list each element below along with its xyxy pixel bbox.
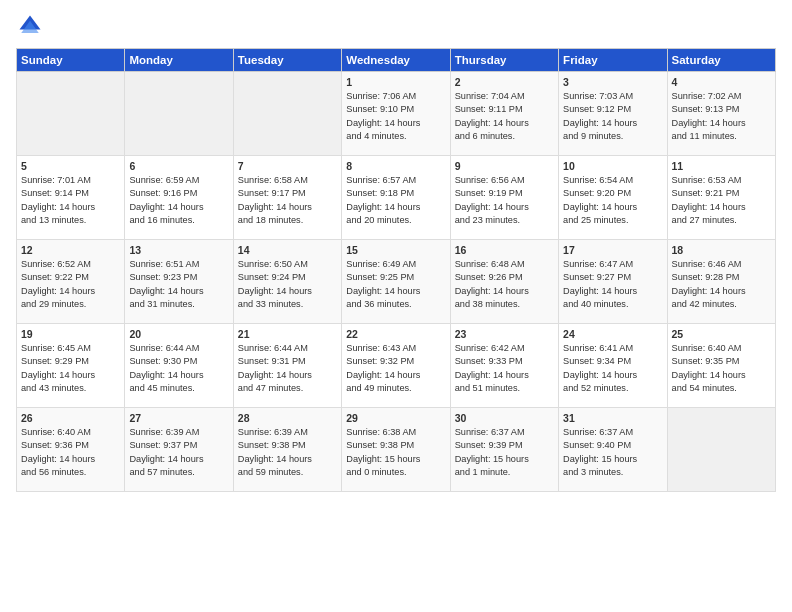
day-info: Sunrise: 6:51 AM Sunset: 9:23 PM Dayligh…: [129, 258, 228, 311]
day-info: Sunrise: 7:03 AM Sunset: 9:12 PM Dayligh…: [563, 90, 662, 143]
day-cell: 16Sunrise: 6:48 AM Sunset: 9:26 PM Dayli…: [450, 240, 558, 324]
day-number: 11: [672, 160, 771, 172]
day-cell: 18Sunrise: 6:46 AM Sunset: 9:28 PM Dayli…: [667, 240, 775, 324]
day-number: 25: [672, 328, 771, 340]
day-number: 30: [455, 412, 554, 424]
col-header-tuesday: Tuesday: [233, 49, 341, 72]
day-cell: 3Sunrise: 7:03 AM Sunset: 9:12 PM Daylig…: [559, 72, 667, 156]
day-cell: 29Sunrise: 6:38 AM Sunset: 9:38 PM Dayli…: [342, 408, 450, 492]
day-cell: 27Sunrise: 6:39 AM Sunset: 9:37 PM Dayli…: [125, 408, 233, 492]
day-cell: 2Sunrise: 7:04 AM Sunset: 9:11 PM Daylig…: [450, 72, 558, 156]
day-info: Sunrise: 6:37 AM Sunset: 9:39 PM Dayligh…: [455, 426, 554, 479]
day-cell: 10Sunrise: 6:54 AM Sunset: 9:20 PM Dayli…: [559, 156, 667, 240]
day-info: Sunrise: 6:57 AM Sunset: 9:18 PM Dayligh…: [346, 174, 445, 227]
day-number: 27: [129, 412, 228, 424]
day-cell: 28Sunrise: 6:39 AM Sunset: 9:38 PM Dayli…: [233, 408, 341, 492]
day-number: 1: [346, 76, 445, 88]
day-cell: 8Sunrise: 6:57 AM Sunset: 9:18 PM Daylig…: [342, 156, 450, 240]
day-number: 8: [346, 160, 445, 172]
day-number: 21: [238, 328, 337, 340]
day-cell: 9Sunrise: 6:56 AM Sunset: 9:19 PM Daylig…: [450, 156, 558, 240]
day-info: Sunrise: 6:40 AM Sunset: 9:35 PM Dayligh…: [672, 342, 771, 395]
day-cell: [17, 72, 125, 156]
day-number: 31: [563, 412, 662, 424]
day-number: 17: [563, 244, 662, 256]
day-number: 15: [346, 244, 445, 256]
day-number: 4: [672, 76, 771, 88]
day-info: Sunrise: 6:48 AM Sunset: 9:26 PM Dayligh…: [455, 258, 554, 311]
col-header-wednesday: Wednesday: [342, 49, 450, 72]
day-number: 28: [238, 412, 337, 424]
day-number: 29: [346, 412, 445, 424]
day-number: 16: [455, 244, 554, 256]
day-number: 26: [21, 412, 120, 424]
day-cell: 6Sunrise: 6:59 AM Sunset: 9:16 PM Daylig…: [125, 156, 233, 240]
header: [16, 12, 776, 40]
col-header-monday: Monday: [125, 49, 233, 72]
day-cell: 13Sunrise: 6:51 AM Sunset: 9:23 PM Dayli…: [125, 240, 233, 324]
day-cell: 30Sunrise: 6:37 AM Sunset: 9:39 PM Dayli…: [450, 408, 558, 492]
day-info: Sunrise: 6:50 AM Sunset: 9:24 PM Dayligh…: [238, 258, 337, 311]
day-number: 14: [238, 244, 337, 256]
day-info: Sunrise: 6:53 AM Sunset: 9:21 PM Dayligh…: [672, 174, 771, 227]
day-cell: 20Sunrise: 6:44 AM Sunset: 9:30 PM Dayli…: [125, 324, 233, 408]
day-info: Sunrise: 6:38 AM Sunset: 9:38 PM Dayligh…: [346, 426, 445, 479]
day-number: 5: [21, 160, 120, 172]
day-info: Sunrise: 6:54 AM Sunset: 9:20 PM Dayligh…: [563, 174, 662, 227]
day-cell: [667, 408, 775, 492]
day-info: Sunrise: 6:44 AM Sunset: 9:31 PM Dayligh…: [238, 342, 337, 395]
col-header-sunday: Sunday: [17, 49, 125, 72]
day-info: Sunrise: 6:47 AM Sunset: 9:27 PM Dayligh…: [563, 258, 662, 311]
day-info: Sunrise: 6:44 AM Sunset: 9:30 PM Dayligh…: [129, 342, 228, 395]
day-number: 12: [21, 244, 120, 256]
logo: [16, 12, 48, 40]
day-info: Sunrise: 6:45 AM Sunset: 9:29 PM Dayligh…: [21, 342, 120, 395]
day-info: Sunrise: 6:56 AM Sunset: 9:19 PM Dayligh…: [455, 174, 554, 227]
day-cell: 21Sunrise: 6:44 AM Sunset: 9:31 PM Dayli…: [233, 324, 341, 408]
day-cell: 11Sunrise: 6:53 AM Sunset: 9:21 PM Dayli…: [667, 156, 775, 240]
day-cell: [233, 72, 341, 156]
day-number: 18: [672, 244, 771, 256]
day-cell: 12Sunrise: 6:52 AM Sunset: 9:22 PM Dayli…: [17, 240, 125, 324]
day-info: Sunrise: 7:02 AM Sunset: 9:13 PM Dayligh…: [672, 90, 771, 143]
day-info: Sunrise: 7:01 AM Sunset: 9:14 PM Dayligh…: [21, 174, 120, 227]
day-cell: 19Sunrise: 6:45 AM Sunset: 9:29 PM Dayli…: [17, 324, 125, 408]
day-number: 22: [346, 328, 445, 340]
day-cell: 15Sunrise: 6:49 AM Sunset: 9:25 PM Dayli…: [342, 240, 450, 324]
logo-icon: [16, 12, 44, 40]
day-info: Sunrise: 6:42 AM Sunset: 9:33 PM Dayligh…: [455, 342, 554, 395]
day-number: 20: [129, 328, 228, 340]
day-number: 24: [563, 328, 662, 340]
day-info: Sunrise: 7:04 AM Sunset: 9:11 PM Dayligh…: [455, 90, 554, 143]
day-cell: 14Sunrise: 6:50 AM Sunset: 9:24 PM Dayli…: [233, 240, 341, 324]
week-row-5: 26Sunrise: 6:40 AM Sunset: 9:36 PM Dayli…: [17, 408, 776, 492]
calendar-header-row: SundayMondayTuesdayWednesdayThursdayFrid…: [17, 49, 776, 72]
day-cell: 25Sunrise: 6:40 AM Sunset: 9:35 PM Dayli…: [667, 324, 775, 408]
day-cell: 17Sunrise: 6:47 AM Sunset: 9:27 PM Dayli…: [559, 240, 667, 324]
day-info: Sunrise: 6:58 AM Sunset: 9:17 PM Dayligh…: [238, 174, 337, 227]
day-cell: 24Sunrise: 6:41 AM Sunset: 9:34 PM Dayli…: [559, 324, 667, 408]
day-number: 19: [21, 328, 120, 340]
day-info: Sunrise: 6:52 AM Sunset: 9:22 PM Dayligh…: [21, 258, 120, 311]
day-info: Sunrise: 6:41 AM Sunset: 9:34 PM Dayligh…: [563, 342, 662, 395]
calendar-body: 1Sunrise: 7:06 AM Sunset: 9:10 PM Daylig…: [17, 72, 776, 492]
day-number: 6: [129, 160, 228, 172]
calendar-table: SundayMondayTuesdayWednesdayThursdayFrid…: [16, 48, 776, 492]
col-header-thursday: Thursday: [450, 49, 558, 72]
day-cell: 23Sunrise: 6:42 AM Sunset: 9:33 PM Dayli…: [450, 324, 558, 408]
day-cell: 26Sunrise: 6:40 AM Sunset: 9:36 PM Dayli…: [17, 408, 125, 492]
day-cell: 22Sunrise: 6:43 AM Sunset: 9:32 PM Dayli…: [342, 324, 450, 408]
week-row-1: 1Sunrise: 7:06 AM Sunset: 9:10 PM Daylig…: [17, 72, 776, 156]
day-info: Sunrise: 6:39 AM Sunset: 9:37 PM Dayligh…: [129, 426, 228, 479]
day-cell: 5Sunrise: 7:01 AM Sunset: 9:14 PM Daylig…: [17, 156, 125, 240]
day-number: 9: [455, 160, 554, 172]
day-number: 3: [563, 76, 662, 88]
day-number: 7: [238, 160, 337, 172]
week-row-2: 5Sunrise: 7:01 AM Sunset: 9:14 PM Daylig…: [17, 156, 776, 240]
day-number: 13: [129, 244, 228, 256]
page: SundayMondayTuesdayWednesdayThursdayFrid…: [0, 0, 792, 612]
day-info: Sunrise: 6:49 AM Sunset: 9:25 PM Dayligh…: [346, 258, 445, 311]
week-row-4: 19Sunrise: 6:45 AM Sunset: 9:29 PM Dayli…: [17, 324, 776, 408]
day-cell: 1Sunrise: 7:06 AM Sunset: 9:10 PM Daylig…: [342, 72, 450, 156]
day-info: Sunrise: 7:06 AM Sunset: 9:10 PM Dayligh…: [346, 90, 445, 143]
